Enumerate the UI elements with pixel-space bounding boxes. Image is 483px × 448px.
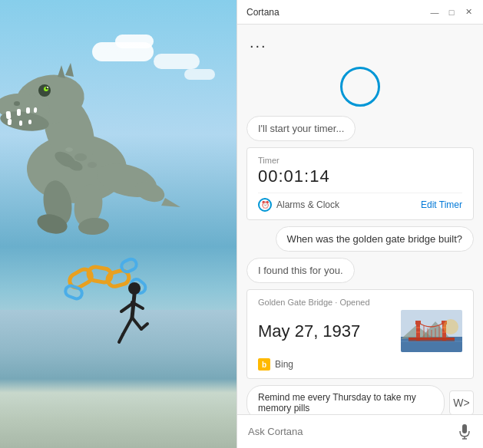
svg-point-65 <box>443 319 458 334</box>
svg-rect-35 <box>120 257 138 273</box>
cortana-found-bubble: I found this for you. <box>246 258 355 283</box>
golden-gate-main-row: May 27, 1937 <box>258 310 462 352</box>
svg-line-39 <box>121 304 132 311</box>
minimize-button[interactable]: — <box>429 7 440 18</box>
bing-footer: b Bing <box>258 358 462 371</box>
svg-line-41 <box>123 318 132 334</box>
maximize-button[interactable]: □ <box>446 7 457 18</box>
svg-rect-66 <box>462 424 467 433</box>
svg-rect-7 <box>26 107 30 114</box>
bing-icon: b <box>258 358 270 371</box>
svg-point-15 <box>47 87 48 88</box>
svg-marker-21 <box>161 198 180 207</box>
svg-marker-18 <box>65 63 74 77</box>
cortana-listening-circle <box>340 67 380 107</box>
svg-rect-54 <box>416 327 420 328</box>
svg-rect-58 <box>409 338 455 340</box>
window-title: Cortana <box>246 7 429 18</box>
bing-label: Bing <box>275 359 293 370</box>
svg-point-16 <box>14 101 20 106</box>
svg-line-44 <box>141 324 147 329</box>
golden-gate-subtitle: Golden Gate Bridge · Opened <box>258 298 462 307</box>
golden-gate-date: May 27, 1937 <box>258 321 360 341</box>
reminder-bubble: Remind me every Thursday to take my memo… <box>246 385 445 414</box>
timer-footer: ⏰ Alarms & Clock Edit Timer <box>258 193 462 212</box>
golden-gate-card: Golden Gate Bridge · Opened May 27, 1937 <box>246 289 474 379</box>
alarm-clock-icon: ⏰ <box>258 198 272 212</box>
window-controls: — □ ✕ <box>429 7 474 18</box>
reminder-action-button[interactable]: W> <box>449 390 474 414</box>
timer-value: 00:01:14 <box>258 166 462 186</box>
svg-point-28 <box>74 153 87 161</box>
svg-rect-5 <box>6 111 12 119</box>
cortana-panel: Cortana — □ ✕ ... I'll start your timer.… <box>237 0 483 448</box>
svg-line-42 <box>119 334 123 342</box>
golden-gate-image <box>401 310 462 352</box>
user-question-bubble: When was the golden gate bridge built? <box>276 226 474 252</box>
cortana-dots: ... <box>246 31 474 54</box>
svg-rect-6 <box>17 109 21 116</box>
microphone-icon[interactable] <box>457 424 472 440</box>
svg-line-38 <box>132 295 134 318</box>
svg-point-30 <box>65 147 73 152</box>
cortana-content-area: ... I'll start your timer... Timer 00:01… <box>237 25 483 414</box>
svg-rect-10 <box>19 120 22 126</box>
bottom-input-bar <box>237 414 483 448</box>
timer-card: Timer 00:01:14 ⏰ Alarms & Clock Edit Tim… <box>246 147 474 220</box>
ask-cortana-input[interactable] <box>248 426 457 437</box>
close-button[interactable]: ✕ <box>463 7 474 18</box>
cortana-timer-bubble: I'll start your timer... <box>246 116 356 141</box>
alarms-clock-label: Alarms & Clock <box>276 199 339 210</box>
cortana-circle-container <box>246 61 474 110</box>
reminder-row: Remind me every Thursday to take my memo… <box>246 385 474 414</box>
background-panel <box>0 0 237 448</box>
svg-rect-56 <box>416 331 420 333</box>
svg-point-29 <box>88 162 97 168</box>
svg-rect-11 <box>28 120 31 124</box>
svg-rect-64 <box>409 340 455 341</box>
title-bar: Cortana — □ ✕ <box>237 0 483 25</box>
svg-rect-9 <box>8 119 12 125</box>
runner-silhouette <box>115 279 154 348</box>
edit-timer-button[interactable]: Edit Timer <box>421 199 462 210</box>
timer-label: Timer <box>258 156 462 165</box>
svg-marker-17 <box>58 65 65 78</box>
svg-line-43 <box>132 318 141 329</box>
timer-app-info: ⏰ Alarms & Clock <box>258 198 339 212</box>
dinosaur-image <box>0 31 192 276</box>
